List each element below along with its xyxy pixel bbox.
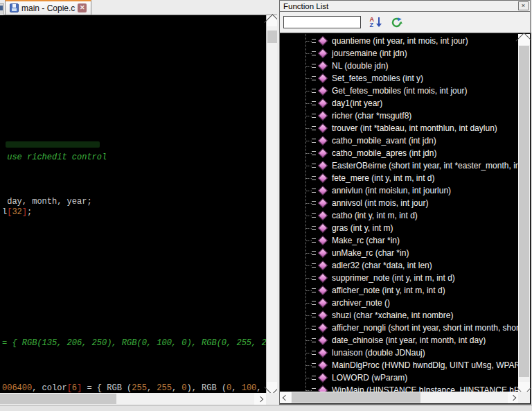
function-list-item[interactable]: gras (int y, int m)	[280, 222, 518, 234]
function-icon	[318, 311, 328, 320]
tab-main-copie[interactable]: main - Copie.c ✕	[5, 0, 91, 15]
tree-connector	[306, 53, 312, 54]
function-icon	[318, 173, 328, 183]
tree-node-icon	[312, 151, 316, 155]
tree-connector	[306, 390, 312, 391]
tree-node-icon	[312, 189, 316, 193]
editor-horizontal-scrollbar[interactable]	[0, 393, 266, 405]
tree-connector	[306, 78, 312, 79]
function-icon	[318, 223, 328, 233]
function-icon	[318, 136, 328, 146]
tree-node-icon	[312, 114, 316, 118]
function-list-item[interactable]: catho_mobile_apres (int jdn)	[280, 147, 518, 159]
tree-node-icon	[312, 288, 316, 292]
function-list-item[interactable]: catho_mobile_avant (int jdn)	[280, 134, 518, 147]
code-line: day, month, year;	[2, 197, 92, 207]
function-icon	[318, 348, 328, 358]
horizontal-scroll-thumb[interactable]	[0, 394, 116, 404]
function-label: Make_rc (char *in)	[332, 236, 400, 245]
list-scroll-right-button[interactable]	[508, 392, 519, 403]
tree-node-icon	[312, 226, 316, 230]
function-icon	[318, 198, 328, 208]
function-label: Set_fetes_mobiles (int y)	[332, 73, 423, 83]
function-list-item[interactable]: quantieme (int year, int mois, int jour)	[280, 35, 518, 47]
function-list-item[interactable]: annivlun (int moislun, int jourlun)	[280, 184, 518, 197]
code-line: l[32];	[2, 207, 32, 217]
tree-node-icon	[312, 326, 316, 330]
tree-connector	[306, 191, 312, 191]
function-list-item[interactable]: MainDlgProc (HWND hwndDlg, UINT uMsg, WP…	[280, 359, 518, 371]
function-list-item[interactable]: LOWORD (wParam)	[280, 371, 518, 384]
list-horizontal-scroll-thumb[interactable]	[292, 392, 420, 403]
function-label: richer (char *msgutf8)	[332, 111, 411, 121]
tree-node-icon	[312, 201, 316, 205]
function-icon	[318, 161, 328, 170]
function-list-item[interactable]: afficher_note (int y, int m, int d)	[280, 284, 518, 297]
scroll-up-button[interactable]	[267, 15, 278, 26]
function-list-item[interactable]: fete_mere (int y, int m, int d)	[280, 172, 518, 184]
function-list-item[interactable]: annivsol (int mois, int jour)	[280, 197, 518, 209]
tree-node-icon	[312, 276, 316, 280]
function-list-item[interactable]: richer (char *msgutf8)	[280, 110, 518, 122]
function-icon	[318, 248, 328, 258]
tree-connector	[306, 166, 312, 166]
function-list-item[interactable]: afficher_nongli (short int year, short i…	[280, 322, 518, 334]
function-search-input[interactable]	[283, 16, 361, 28]
editor-pane: main - Copie.c ✕ use richedit control da…	[0, 0, 277, 405]
sort-az-button[interactable]: A Z	[369, 17, 382, 28]
editor-vertical-scrollbar[interactable]	[266, 15, 277, 393]
tree-node-icon	[312, 89, 316, 93]
function-label: gras (int y, int m)	[332, 223, 393, 233]
code-line: = { RGB(135, 206, 250), RGB(0, 100, 0), …	[2, 338, 266, 348]
function-list-item[interactable]: catho (int y, int m, int d)	[280, 209, 518, 222]
function-label: MainDlgProc (HWND hwndDlg, UINT uMsg, WP…	[332, 360, 518, 370]
list-vertical-scroll-thumb[interactable]	[519, 46, 529, 377]
list-horizontal-scrollbar[interactable]	[280, 392, 519, 403]
vertical-scroll-thumb[interactable]	[267, 30, 277, 43]
panel-close-button[interactable]: ×	[518, 1, 529, 10]
function-list-item[interactable]: trouver (int *tableau, int monthlun, int…	[280, 122, 518, 134]
function-label: annivlun (int moislun, int jourlun)	[332, 186, 451, 195]
tree-node-icon	[312, 363, 316, 367]
tab-close-icon[interactable]: ✕	[78, 3, 87, 12]
function-list-item[interactable]: EasterOBeirne (short int year, int *east…	[280, 159, 518, 172]
code-line: 006400, color[6] = { RGB (255, 255, 0), …	[2, 383, 266, 393]
function-list-item[interactable]: supprimer_note (int y, int m, int d)	[280, 272, 518, 284]
list-scroll-up-button[interactable]	[518, 34, 530, 45]
function-label: supprimer_note (int y, int m, int d)	[332, 273, 455, 283]
tree-connector	[306, 128, 312, 129]
tree-node-icon	[312, 64, 316, 68]
function-list-item[interactable]: joursemaine (int jdn)	[280, 47, 518, 60]
function-list-item[interactable]: adler32 (char *data, int len)	[280, 259, 518, 272]
function-list-item[interactable]: unMake_rc (char *in)	[280, 247, 518, 259]
function-list-item[interactable]: Get_fetes_mobiles (int mois, int jour)	[280, 85, 518, 97]
function-list-item[interactable]: day1(int year)	[280, 97, 518, 110]
function-list-item[interactable]: NL (double jdn)	[280, 60, 518, 72]
function-list-item[interactable]: date_chinoise (int year, int month, int …	[280, 334, 518, 347]
code-editor[interactable]: use richedit control day, month, year;l[…	[0, 15, 266, 393]
function-list-item[interactable]: shuzi (char *xchaine, int nombre)	[280, 309, 518, 322]
scrollbar-corner	[266, 393, 277, 405]
tree-connector	[306, 278, 312, 279]
function-list-item[interactable]: Make_rc (char *in)	[280, 234, 518, 247]
refresh-button[interactable]	[390, 17, 402, 28]
scroll-down-button[interactable]	[267, 382, 278, 393]
list-scroll-left-button[interactable]	[280, 392, 291, 403]
function-label: adler32 (char *data, int len)	[332, 261, 432, 270]
function-label: afficher_nongli (short int year, short i…	[332, 323, 518, 333]
function-list-item[interactable]: archiver_note ()	[280, 297, 518, 309]
function-icon	[318, 373, 328, 383]
partial-tab[interactable]	[0, 3, 4, 15]
tree-connector	[306, 328, 312, 329]
list-vertical-scrollbar[interactable]	[518, 34, 530, 393]
tree-node-icon	[312, 376, 316, 380]
tree-node-icon	[312, 301, 316, 305]
function-list-item[interactable]: lunaison (double JDNauj)	[280, 347, 518, 359]
tree-connector	[306, 340, 312, 341]
function-list: quantieme (int year, int mois, int jour)…	[280, 33, 531, 405]
tree-connector	[306, 41, 312, 42]
list-scrollbar-corner	[518, 392, 530, 403]
tree-connector	[306, 290, 312, 291]
scroll-right-button[interactable]	[254, 393, 266, 405]
function-list-item[interactable]: Set_fetes_mobiles (int y)	[280, 72, 518, 85]
